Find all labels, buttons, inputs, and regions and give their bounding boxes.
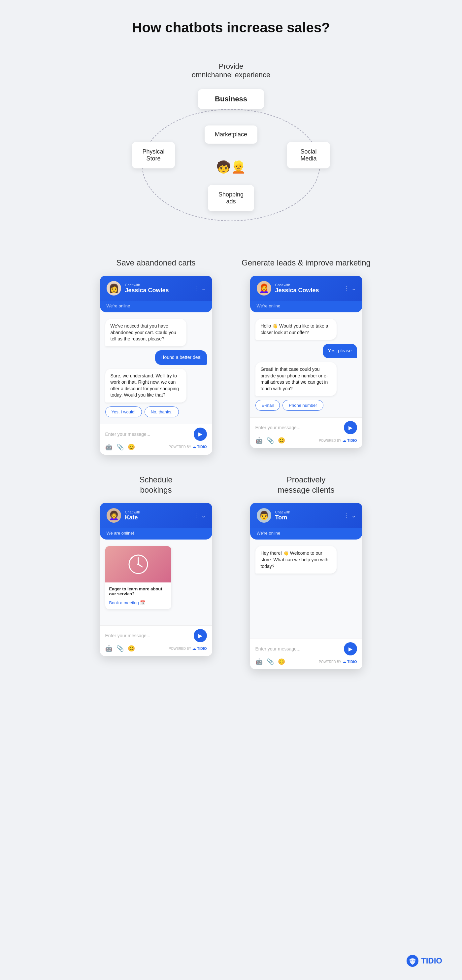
chat-agent-name-kate: Kate bbox=[125, 514, 189, 521]
section-generate-leads: Generate leads & improve marketing 👩‍🦰 C… bbox=[239, 258, 373, 455]
msg-user-leads-1: Yes, please bbox=[323, 344, 357, 358]
msg-agent-1: We've noticed that you have abandoned yo… bbox=[105, 319, 186, 346]
chat-toolbar-3: 🤖 📎 😊 POWERED BY ☁ TIDIO bbox=[105, 642, 207, 653]
msg-agent-tom-1: Hey there! 👋 Welcome to our store. What … bbox=[256, 546, 337, 574]
send-btn-3[interactable]: ▶ bbox=[194, 629, 207, 642]
shopping-ads-card: Shoppingads bbox=[208, 185, 254, 211]
physical-store-card: PhysicalStore bbox=[132, 142, 175, 169]
chat-agent-name-tom: Tom bbox=[275, 514, 340, 521]
online-banner-jessica1: We're online bbox=[100, 301, 212, 312]
row-2-3: Save abandoned carts 👩 Chat with Jessica… bbox=[89, 258, 373, 455]
avatar-jessica1: 👩 bbox=[106, 281, 121, 296]
chat-input-row-1: Enter your message... ▶ bbox=[105, 428, 207, 441]
online-banner-kate: We are online! bbox=[100, 528, 212, 539]
msg-agent-leads-1: Hello 👋 Would you like to take a closer … bbox=[256, 319, 337, 340]
attach-icon-4[interactable]: 📎 bbox=[267, 658, 274, 665]
online-banner-tom: We're online bbox=[250, 528, 362, 539]
powered-by-3: POWERED BY ☁ TIDIO bbox=[168, 646, 206, 651]
phone-btn[interactable]: Phone number bbox=[283, 400, 323, 411]
powered-by-4: POWERED BY ☁ TIDIO bbox=[319, 660, 357, 664]
chat-toolbar-4: 🤖 📎 😊 POWERED BY ☁ TIDIO bbox=[256, 655, 357, 666]
powered-by-1: POWERED BY ☁ TIDIO bbox=[168, 445, 206, 449]
chat-agent-name-jessica2: Jessica Cowles bbox=[275, 287, 340, 294]
marketplace-card: Marketplace bbox=[205, 126, 257, 144]
chat-header-info-jessica1: Chat with Jessica Cowles bbox=[125, 283, 189, 294]
smile-icon-2[interactable]: 😊 bbox=[278, 437, 285, 444]
tidio-footer-text: TIDIO bbox=[421, 956, 442, 966]
chat-toolbar-1: 🤖 📎 😊 POWERED BY ☁ TIDIO bbox=[105, 441, 207, 451]
chat-body-tom: Hey there! 👋 Welcome to our store. What … bbox=[250, 539, 362, 639]
chat-footer-tom: Enter your message... ▶ 🤖 📎 😊 POWERED BY… bbox=[250, 639, 362, 669]
row-4-5: Schedulebookings 👩‍🦱 Chat with Kate ⋮ ⌄ bbox=[89, 474, 373, 669]
smile-icon-1[interactable]: 😊 bbox=[128, 444, 135, 451]
chat-header-icons-4: ⋮ ⌄ bbox=[343, 512, 356, 519]
chat-body-jessica2: Hello 👋 Would you like to take a closer … bbox=[250, 312, 362, 417]
dots-icon-2[interactable]: ⋮ bbox=[343, 285, 349, 291]
attach-icon-2[interactable]: 📎 bbox=[267, 437, 274, 444]
attach-icon-3[interactable]: 📎 bbox=[116, 645, 124, 652]
section5-title: Proactivelymessage clients bbox=[278, 474, 334, 495]
chevron-down-icon-4[interactable]: ⌄ bbox=[351, 512, 356, 519]
chevron-down-icon[interactable]: ⌄ bbox=[201, 285, 206, 291]
input-placeholder-3: Enter your message... bbox=[105, 633, 191, 638]
chat-widget-jessica1: 👩 Chat with Jessica Cowles ⋮ ⌄ We're onl… bbox=[100, 276, 212, 455]
powered-by-2: POWERED BY ☁ TIDIO bbox=[319, 439, 357, 443]
no-btn[interactable]: No, thanks. bbox=[144, 406, 179, 417]
emoji-icon-1[interactable]: 🤖 bbox=[105, 444, 113, 451]
chat-agent-name-jessica1: Jessica Cowles bbox=[125, 287, 189, 294]
chat-with-label-4: Chat with bbox=[275, 510, 340, 514]
avatar-kate: 👩‍🦱 bbox=[106, 508, 121, 523]
input-placeholder-1: Enter your message... bbox=[105, 431, 191, 437]
msg-agent-leads-2: Great! In that case could you provide yo… bbox=[256, 362, 337, 396]
send-btn-1[interactable]: ▶ bbox=[194, 428, 207, 441]
chevron-down-icon-2[interactable]: ⌄ bbox=[351, 285, 356, 291]
chat-header-jessica1: 👩 Chat with Jessica Cowles ⋮ ⌄ bbox=[100, 276, 212, 301]
chat-header-info-jessica2: Chat with Jessica Cowles bbox=[275, 283, 340, 294]
svg-point-6 bbox=[413, 960, 415, 961]
chat-with-label: Chat with bbox=[125, 283, 189, 287]
chevron-down-icon-3[interactable]: ⌄ bbox=[201, 512, 206, 519]
dots-icon-3[interactable]: ⋮ bbox=[194, 512, 198, 519]
chat-footer-kate: Enter your message... ▶ 🤖 📎 😊 POWERED BY… bbox=[100, 625, 212, 656]
omni-diagram: Business Marketplace PhysicalStore Socia… bbox=[132, 89, 330, 228]
btn-row-jessica1: Yes, I would! No, thanks. bbox=[105, 406, 179, 417]
chat-header-icons: ⋮ ⌄ bbox=[194, 285, 206, 291]
send-btn-4[interactable]: ▶ bbox=[344, 642, 357, 655]
send-btn-2[interactable]: ▶ bbox=[344, 421, 357, 434]
emoji-icon-4[interactable]: 🤖 bbox=[256, 658, 263, 665]
omnichannel-section: Provideomnichannel experience Business M… bbox=[89, 62, 373, 228]
attach-icon-1[interactable]: 📎 bbox=[116, 444, 124, 451]
dots-icon[interactable]: ⋮ bbox=[194, 285, 198, 291]
input-placeholder-4: Enter your message... bbox=[256, 646, 341, 651]
avatar-jessica2: 👩‍🦰 bbox=[257, 281, 271, 296]
dots-icon-4[interactable]: ⋮ bbox=[343, 512, 349, 519]
emoji-icon-3[interactable]: 🤖 bbox=[105, 645, 113, 652]
msg-user-1: I found a better deal bbox=[155, 350, 207, 365]
chat-body-jessica1: We've noticed that you have abandoned yo… bbox=[100, 312, 212, 424]
chat-footer-jessica1: Enter your message... ▶ 🤖 📎 😊 POWERED BY… bbox=[100, 424, 212, 455]
chat-widget-jessica2: 👩‍🦰 Chat with Jessica Cowles ⋮ ⌄ We're o… bbox=[250, 276, 362, 448]
chat-toolbar-2: 🤖 📎 😊 POWERED BY ☁ TIDIO bbox=[256, 434, 357, 445]
section3-title: Generate leads & improve marketing bbox=[241, 258, 371, 268]
omni-emoji: 🧒👱 bbox=[216, 160, 246, 174]
btn-row-jessica2: E-mail Phone number bbox=[256, 400, 323, 411]
chat-body-kate: Eager to learn more about our servies? B… bbox=[100, 539, 212, 625]
section-proactive: Proactivelymessage clients 👨 Chat with T… bbox=[239, 474, 373, 669]
svg-point-3 bbox=[137, 563, 139, 565]
email-btn[interactable]: E-mail bbox=[256, 400, 280, 411]
tidio-footer: TIDIO bbox=[406, 955, 442, 967]
smile-icon-4[interactable]: 😊 bbox=[278, 658, 285, 665]
msg-agent-2: Sure, we understand. We'll try to work o… bbox=[105, 369, 186, 402]
section2-title: Save abandoned carts bbox=[116, 258, 195, 268]
emoji-icon-2[interactable]: 🤖 bbox=[256, 437, 263, 444]
chat-widget-tom: 👨 Chat with Tom ⋮ ⌄ We're online Hey the… bbox=[250, 503, 362, 669]
chat-with-label-3: Chat with bbox=[125, 510, 189, 514]
booking-card: Eager to learn more about our servies? B… bbox=[105, 546, 171, 609]
chat-header-kate: 👩‍🦱 Chat with Kate ⋮ ⌄ bbox=[100, 503, 212, 528]
section-schedule: Schedulebookings 👩‍🦱 Chat with Kate ⋮ ⌄ bbox=[89, 474, 223, 669]
chat-widget-kate: 👩‍🦱 Chat with Kate ⋮ ⌄ We are online! bbox=[100, 503, 212, 656]
booking-img bbox=[105, 546, 171, 582]
yes-btn[interactable]: Yes, I would! bbox=[105, 406, 142, 417]
booking-link[interactable]: Book a meeting 📅 bbox=[105, 600, 171, 609]
smile-icon-3[interactable]: 😊 bbox=[128, 645, 135, 652]
